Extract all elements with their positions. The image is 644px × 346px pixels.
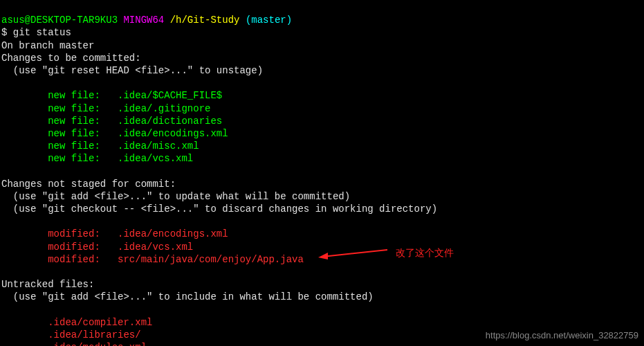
watermark-text: https://blog.csdn.net/weixin_32822759 bbox=[486, 330, 638, 342]
prompt-shell: MINGW64 bbox=[118, 15, 170, 26]
modified-file-line: modified: src/main/java/com/enjoy/App.ja… bbox=[1, 254, 304, 265]
prompt-branch: (master) bbox=[239, 15, 292, 26]
new-file-line: new file: .idea/encodings.xml bbox=[1, 128, 228, 139]
staged-header: Changes to be committed: bbox=[1, 53, 141, 64]
prompt-path: /h/Git-Study bbox=[170, 15, 240, 26]
untracked-file-line: .idea/compiler.xml bbox=[1, 317, 152, 328]
annotation-text: 改了这个文件 bbox=[396, 246, 454, 259]
svg-line-0 bbox=[322, 250, 387, 257]
untracked-file-line: .idea/libraries/ bbox=[1, 329, 141, 340]
add-hint: (use "git add <file>..." to update what … bbox=[1, 191, 350, 202]
arrow-left-icon bbox=[318, 246, 387, 260]
prompt-symbol: $ bbox=[1, 27, 13, 38]
new-file-line: new file: .idea/$CACHE_FILE$ bbox=[1, 90, 222, 101]
untracked-hint: (use "git add <file>..." to include in w… bbox=[1, 291, 374, 302]
untracked-header: Untracked files: bbox=[1, 279, 94, 290]
terminal-output: asus@DESKTOP-TAR9KU3 MINGW64 /h/Git-Stud… bbox=[1, 1, 643, 346]
not-staged-header: Changes not staged for commit: bbox=[1, 179, 176, 190]
prompt-user: asus@DESKTOP-TAR9KU3 bbox=[1, 15, 118, 26]
annotation-callout: 改了这个文件 bbox=[318, 246, 454, 260]
branch-line: On branch master bbox=[1, 40, 94, 51]
command-text: git status bbox=[13, 27, 71, 38]
new-file-line: new file: .idea/vcs.xml bbox=[1, 153, 193, 164]
modified-file-line: modified: .idea/encodings.xml bbox=[1, 228, 228, 239]
new-file-line: new file: .idea/misc.xml bbox=[1, 140, 199, 152]
checkout-hint: (use "git checkout -- <file>..." to disc… bbox=[1, 203, 437, 215]
untracked-file-line: .idea/modules.xml bbox=[1, 342, 147, 346]
svg-marker-1 bbox=[318, 253, 328, 260]
new-file-line: new file: .idea/dictionaries bbox=[1, 116, 222, 127]
modified-file-line: modified: .idea/vcs.xml bbox=[1, 242, 193, 253]
new-file-line: new file: .idea/.gitignore bbox=[1, 103, 210, 114]
unstage-hint: (use "git reset HEAD <file>..." to unsta… bbox=[1, 65, 263, 76]
